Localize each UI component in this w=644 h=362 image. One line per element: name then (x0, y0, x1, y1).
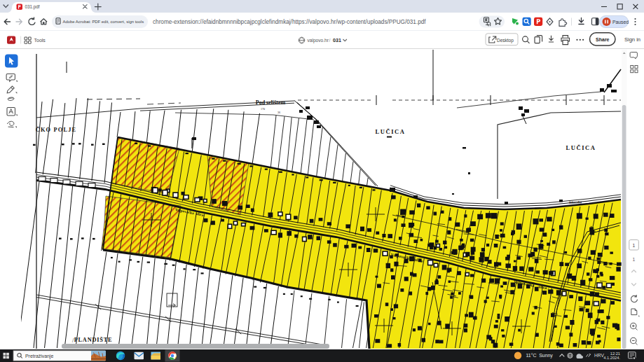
svg-text:LUČICA: LUČICA (566, 144, 596, 151)
svg-text:Share: Share (596, 37, 610, 42)
svg-text:Pretraživanje: Pretraživanje (25, 354, 53, 359)
svg-text:valpovo.hr: valpovo.hr (308, 38, 329, 43)
svg-text:031.pdf: 031.pdf (25, 4, 40, 10)
svg-text:12:21: 12:21 (610, 351, 620, 356)
svg-text:Adobe Acrobat: PDF edit, conve: Adobe Acrobat: PDF edit, convert, sign t… (63, 20, 144, 24)
svg-text:PLANDIŠTE: PLANDIŠTE (74, 336, 113, 343)
svg-text:LUČICA: LUČICA (375, 128, 405, 135)
svg-text:Desktop: Desktop (497, 38, 514, 43)
svg-text:chrome-extension://efaidnbmnnn: chrome-extension://efaidnbmnnnibpcajpcgl… (153, 19, 426, 25)
svg-text:36: 36 (278, 111, 280, 114)
svg-text:11°C Sunny: 11°C Sunny (526, 353, 554, 358)
svg-text:Ribarska: Ribarska (569, 200, 582, 204)
svg-text:170: 170 (261, 107, 265, 111)
svg-text:ČKO POLJE: ČKO POLJE (36, 126, 77, 133)
svg-text:1: 1 (633, 243, 636, 248)
svg-text:HRV: HRV (594, 353, 604, 358)
svg-text:Pod selištem: Pod selištem (256, 99, 286, 106)
svg-text:Paused: Paused (612, 20, 629, 25)
svg-text:Sign in: Sign in (624, 36, 640, 43)
svg-text:4.1.2024.: 4.1.2024. (603, 356, 620, 360)
svg-text:1: 1 (633, 257, 636, 262)
svg-text:/: / (329, 38, 331, 43)
svg-text:031: 031 (333, 38, 341, 43)
svg-text:Tools: Tools (34, 38, 46, 43)
